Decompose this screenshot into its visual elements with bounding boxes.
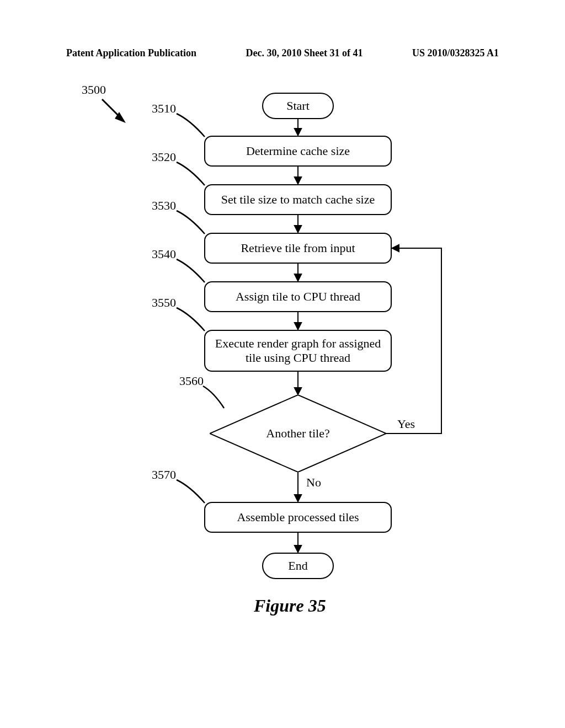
step-ref-3560: 3560 bbox=[179, 374, 204, 388]
step-ref-3570: 3570 bbox=[152, 468, 176, 482]
step-ref-3530: 3530 bbox=[152, 199, 176, 213]
flow-start: Start bbox=[262, 93, 334, 119]
decision-no-label: No bbox=[306, 475, 321, 490]
flow-end: End bbox=[262, 553, 334, 579]
decision-yes-label: Yes bbox=[397, 417, 415, 431]
step-3520: Set tile size to match cache size bbox=[204, 184, 392, 215]
step-3550: Execute render graph for assigned tile u… bbox=[204, 330, 392, 372]
step-3570: Assemble processed tiles bbox=[204, 502, 392, 533]
step-ref-3510: 3510 bbox=[152, 101, 176, 116]
step-3530: Retrieve tile from input bbox=[204, 233, 392, 264]
step-ref-3540: 3540 bbox=[152, 247, 176, 261]
step-ref-3550: 3550 bbox=[152, 296, 176, 310]
figure-caption: Figure 35 bbox=[254, 596, 326, 616]
decision-text: Another tile? bbox=[210, 395, 386, 472]
decision-3560: Another tile? bbox=[210, 395, 386, 472]
step-3540: Assign tile to CPU thread bbox=[204, 281, 392, 312]
step-3510: Determine cache size bbox=[204, 136, 392, 167]
figure-pointer-ref: 3500 bbox=[82, 83, 106, 97]
step-ref-3520: 3520 bbox=[152, 150, 176, 164]
